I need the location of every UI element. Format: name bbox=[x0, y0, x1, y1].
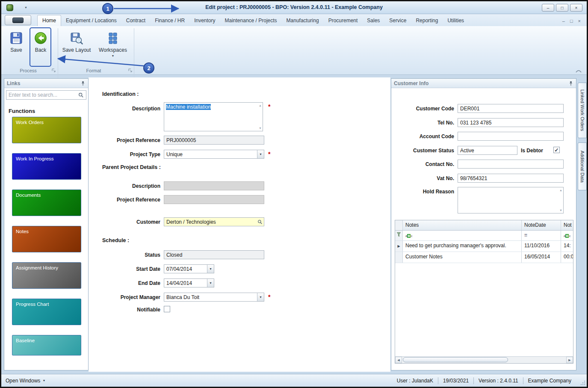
vat-no-field[interactable]: 98/7654321 bbox=[458, 174, 564, 183]
function-tile-work-orders[interactable]: Work Orders bbox=[12, 117, 81, 143]
ribbon-collapse-icon[interactable] bbox=[575, 68, 582, 74]
annotation-callout-2: 2 bbox=[143, 62, 154, 74]
required-marker: * bbox=[268, 293, 270, 300]
minimize-button[interactable]: – bbox=[542, 4, 554, 12]
account-code-field[interactable] bbox=[458, 132, 564, 141]
project-reference-field[interactable]: PRJ0000005 bbox=[164, 136, 264, 145]
note-cell[interactable]: Need to get purchasing manager's approva… bbox=[403, 241, 522, 252]
tile-label: Progress Chart bbox=[16, 302, 49, 307]
notetime-cell[interactable]: 00:0 bbox=[561, 252, 573, 263]
mdi-minimize-button[interactable]: – bbox=[562, 18, 565, 24]
contact-no-field[interactable] bbox=[458, 160, 564, 169]
annotation-back-button-highlight bbox=[30, 27, 51, 67]
scroll-left-icon[interactable]: ◀ bbox=[395, 357, 402, 363]
ribbon-tab-utilities[interactable]: Utilities bbox=[443, 15, 469, 26]
grid-corner-cell bbox=[395, 220, 403, 230]
function-tile-progress-chart[interactable]: Progress Chart bbox=[12, 299, 81, 325]
tile-label: Baseline bbox=[16, 338, 35, 343]
ribbon-tab-equipment-locations[interactable]: Equipment / Locations bbox=[61, 15, 121, 26]
notifiable-checkbox[interactable] bbox=[164, 306, 170, 312]
vat-no-value: 98/7654321 bbox=[460, 175, 487, 181]
pin-icon[interactable] bbox=[568, 81, 573, 86]
notes-row[interactable]: ▶ Need to get purchasing manager's appro… bbox=[395, 241, 573, 252]
column-header-notetime[interactable]: Not bbox=[561, 220, 573, 230]
workspaces-button-label: Workspaces bbox=[99, 47, 127, 53]
notes-row[interactable]: Customer Notes 16/05/2014 00:0 bbox=[395, 252, 573, 263]
scroll-up-icon[interactable]: ▲ bbox=[259, 104, 262, 107]
function-tile-work-in-progress[interactable]: Work In Progress bbox=[12, 153, 81, 180]
ribbon-tab-service[interactable]: Service bbox=[384, 15, 411, 26]
end-date-label: End Date bbox=[89, 280, 160, 286]
process-dialog-launcher-icon[interactable] bbox=[52, 68, 56, 73]
ribbon-tab-manufacturing[interactable]: Manufacturing bbox=[282, 15, 324, 26]
tel-no-field[interactable]: 031 123 4785 bbox=[458, 118, 564, 127]
lookup-search-icon[interactable] bbox=[256, 218, 264, 226]
notetime-cell[interactable]: 14: bbox=[561, 241, 573, 252]
text-filter-icon[interactable]: aBc bbox=[405, 234, 412, 238]
grid-horizontal-scrollbar[interactable]: ◀ ▶ bbox=[395, 356, 573, 363]
chevron-down-icon[interactable]: ▼ bbox=[207, 265, 214, 273]
status-field[interactable]: Closed bbox=[164, 250, 264, 259]
notedate-cell[interactable]: 11/10/2016 bbox=[522, 241, 561, 252]
end-date-value: 14/04/2014 bbox=[166, 280, 192, 286]
function-tile-notes[interactable]: Notes bbox=[12, 226, 81, 252]
save-layout-button[interactable]: Save Layout bbox=[62, 29, 91, 66]
hold-reason-field[interactable]: ▲ ▼ bbox=[458, 187, 564, 213]
tile-label: Work In Progress bbox=[16, 156, 54, 161]
scroll-right-icon[interactable]: ▶ bbox=[566, 357, 573, 363]
maximize-button[interactable]: □ bbox=[556, 4, 568, 12]
chevron-down-icon[interactable]: ▼ bbox=[207, 279, 214, 287]
scroll-down-icon[interactable]: ▼ bbox=[259, 127, 262, 130]
links-search-input[interactable] bbox=[6, 92, 76, 98]
mdi-restore-button[interactable]: □ bbox=[570, 18, 573, 24]
status-value: Closed bbox=[166, 252, 182, 258]
required-marker: * bbox=[268, 103, 270, 110]
project-type-dropdown[interactable]: Unique ▼ bbox=[164, 150, 264, 159]
workspaces-button[interactable]: Workspaces ▼ bbox=[97, 29, 129, 66]
start-date-picker[interactable]: 07/04/2014 ▼ bbox=[164, 264, 214, 273]
chevron-down-icon[interactable]: ▼ bbox=[257, 293, 264, 301]
format-dialog-launcher-icon[interactable] bbox=[128, 68, 133, 73]
is-debtor-checkbox[interactable]: ✓ bbox=[553, 147, 560, 153]
ribbon-tab-row: Home Equipment / Locations Contract Fina… bbox=[1, 14, 587, 26]
scrollbar-thumb[interactable] bbox=[403, 357, 508, 362]
customer-lookup-field[interactable]: Derton / Technologies bbox=[164, 217, 264, 226]
resize-grip[interactable] bbox=[580, 380, 585, 385]
note-cell[interactable]: Customer Notes bbox=[403, 252, 522, 263]
notedate-cell[interactable]: 16/05/2014 bbox=[522, 252, 561, 263]
ribbon-tab-inventory[interactable]: Inventory bbox=[189, 15, 220, 26]
tab-linked-work-orders[interactable]: Linked Work Orders bbox=[578, 83, 587, 138]
ribbon-tab-procurement[interactable]: Procurement bbox=[324, 15, 363, 26]
equals-filter-icon[interactable]: = bbox=[524, 232, 527, 238]
ribbon-tab-home[interactable]: Home bbox=[37, 15, 61, 26]
tab-additional-data[interactable]: Additional Data bbox=[578, 142, 587, 190]
description-label: Description bbox=[89, 106, 160, 112]
parent-reference-label: Project Reference bbox=[89, 197, 160, 203]
scroll-up-icon[interactable]: ▲ bbox=[559, 189, 562, 192]
pin-icon[interactable] bbox=[80, 81, 86, 86]
text-filter-icon[interactable]: aBc bbox=[564, 234, 570, 238]
column-header-notes[interactable]: Notes bbox=[403, 220, 522, 230]
function-tile-documents[interactable]: Documents bbox=[12, 190, 81, 216]
save-button[interactable]: Save bbox=[6, 29, 27, 66]
mdi-close-button[interactable]: × bbox=[578, 18, 581, 24]
customer-code-field[interactable]: DER001 bbox=[458, 104, 564, 113]
function-tile-baseline[interactable]: Baseline bbox=[12, 335, 81, 355]
close-button[interactable]: × bbox=[570, 4, 582, 12]
ribbon-tab-contract[interactable]: Contract bbox=[121, 15, 150, 26]
scroll-down-icon[interactable]: ▼ bbox=[559, 209, 562, 212]
grid-filter-row[interactable]: aBc = aBc bbox=[395, 231, 573, 241]
ribbon-tab-reporting[interactable]: Reporting bbox=[411, 15, 443, 26]
chevron-down-icon[interactable]: ▼ bbox=[257, 150, 264, 158]
ribbon-tab-finance-hr[interactable]: Finance / HR bbox=[150, 15, 189, 26]
column-header-notedate[interactable]: NoteDate bbox=[522, 220, 561, 230]
function-tile-assignment-history[interactable]: Assignment History bbox=[12, 262, 81, 289]
ribbon-tab-sales[interactable]: Sales bbox=[362, 15, 384, 26]
ribbon-tab-maintenance-projects[interactable]: Maintenance / Projects bbox=[220, 15, 282, 26]
end-date-picker[interactable]: 14/04/2014 ▼ bbox=[164, 278, 214, 287]
customer-status-field[interactable]: Active bbox=[458, 146, 517, 155]
description-field[interactable]: Machine installation ▲ ▼ bbox=[164, 102, 263, 131]
project-manager-dropdown[interactable]: Bianca Du Toit ▼ bbox=[164, 293, 264, 302]
open-windows-button[interactable]: Open Windows ▼ bbox=[6, 378, 45, 384]
application-menu-button[interactable] bbox=[5, 15, 31, 25]
